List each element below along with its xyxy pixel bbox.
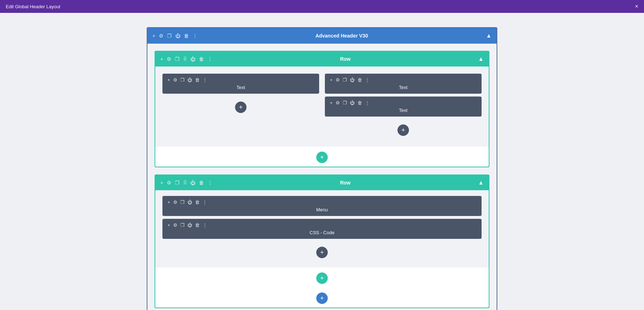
module-css-label: CSS - Code [167, 230, 477, 235]
module-text-3-label: Text [330, 108, 477, 113]
row-2-add-icon[interactable]: + [160, 180, 163, 186]
module-text-1-label: Text [167, 85, 314, 90]
row-1-power-icon[interactable]: ⏻ [190, 56, 195, 62]
mt1-gear-icon[interactable]: ⚙ [173, 77, 177, 83]
row-1-collapse-icon[interactable]: ▲ [478, 56, 484, 62]
row-1-gear-icon[interactable]: ⚙ [167, 56, 171, 62]
advanced-header-collapse-icon[interactable]: ▲ [486, 33, 492, 39]
mt3-add-icon[interactable]: + [330, 100, 333, 105]
mm-power-icon[interactable]: ⏻ [187, 200, 192, 205]
row-2-collapse-icon[interactable]: ▲ [478, 179, 484, 186]
row-2-blue-add-wrap: + [155, 287, 489, 307]
col-2-add-wrap: + [325, 119, 482, 139]
row-2-toolbar: + ⚙ ❐ ⠿ ⏻ 🗑 ⋮ [160, 180, 213, 186]
module-menu-label: Menu [167, 207, 477, 212]
close-button[interactable]: × [635, 4, 638, 9]
advanced-header-bar: + ⚙ ❐ ⏻ 🗑 ⋮ Advanced Header V30 ▲ [147, 28, 497, 44]
module-text-3-toolbar: + ⚙ ❐ ⏻ 🗑 ⋮ [330, 100, 477, 105]
row-2-teal-add-wrap: + [155, 267, 489, 287]
advanced-header-gear-icon[interactable]: ⚙ [159, 33, 164, 39]
advanced-header-dots-icon[interactable]: ⋮ [192, 33, 197, 39]
module-css-code: + ⚙ ❐ ⏻ 🗑 ⋮ CSS - Code [162, 219, 482, 239]
module-text-1: + ⚙ ❐ ⏻ 🗑 ⋮ Text [162, 74, 319, 94]
row-2-teal-add-button[interactable]: + [316, 272, 328, 284]
mt2-dots-icon[interactable]: ⋮ [365, 77, 370, 83]
row-2-grid-icon[interactable]: ⠿ [183, 180, 187, 186]
row-1-copy-icon[interactable]: ❐ [175, 56, 180, 62]
mt1-dots-icon[interactable]: ⋮ [203, 77, 207, 83]
module-css-toolbar: + ⚙ ❐ ⏻ 🗑 ⋮ [167, 222, 477, 228]
mt3-trash-icon[interactable]: 🗑 [357, 100, 362, 105]
mc-gear-icon[interactable]: ⚙ [173, 222, 177, 228]
advanced-header-title: Advanced Header V30 [197, 33, 486, 39]
mt2-add-icon[interactable]: + [330, 77, 333, 83]
title-bar-text: Edit Global Header Layout [6, 4, 60, 9]
module-text-2-toolbar: + ⚙ ❐ ⏻ 🗑 ⋮ [330, 77, 477, 83]
row-1-bottom-add-wrap: + [155, 147, 489, 167]
mc-power-icon[interactable]: ⏻ [187, 222, 192, 228]
mc-trash-icon[interactable]: 🗑 [195, 222, 200, 228]
advanced-header-power-icon[interactable]: ⏻ [175, 33, 180, 39]
title-bar: Edit Global Header Layout × [0, 0, 644, 13]
main-content: + ⚙ ❐ ⏻ 🗑 ⋮ Advanced Header V30 ▲ + ⚙ ❐ … [0, 13, 644, 310]
row-1-add-icon[interactable]: + [160, 56, 163, 62]
row-2-container: + ⚙ ❐ ⠿ ⏻ 🗑 ⋮ Row ▲ + ⚙ [155, 174, 489, 308]
advanced-header-copy-icon[interactable]: ❐ [167, 33, 172, 39]
module-menu-toolbar: + ⚙ ❐ ⏻ 🗑 ⋮ [167, 200, 477, 205]
advanced-header-toolbar: + ⚙ ❐ ⏻ 🗑 ⋮ [152, 33, 197, 39]
advanced-header-body: + ⚙ ❐ ⠿ ⏻ 🗑 ⋮ Row ▲ [147, 44, 497, 310]
mm-copy-icon[interactable]: ❐ [180, 200, 185, 205]
mt3-power-icon[interactable]: ⏻ [350, 100, 355, 105]
row-1-trash-icon[interactable]: 🗑 [199, 56, 204, 62]
mt3-copy-icon[interactable]: ❐ [343, 100, 347, 105]
mc-add-icon[interactable]: + [167, 222, 170, 228]
row-2-bar: + ⚙ ❐ ⠿ ⏻ 🗑 ⋮ Row ▲ [155, 175, 489, 190]
col-1-add-wrap: + [162, 97, 319, 117]
advanced-header-add-icon[interactable]: + [152, 33, 155, 39]
col-2-add-button[interactable]: + [397, 124, 409, 136]
mm-trash-icon[interactable]: 🗑 [195, 200, 200, 205]
mt2-copy-icon[interactable]: ❐ [343, 77, 347, 83]
row-2-body: + ⚙ ❐ ⏻ 🗑 ⋮ Menu + ⚙ ❐ [155, 190, 489, 267]
mt1-copy-icon[interactable]: ❐ [180, 77, 185, 83]
row-1-container: + ⚙ ❐ ⠿ ⏻ 🗑 ⋮ Row ▲ [155, 51, 489, 167]
row-2-gear-icon[interactable]: ⚙ [167, 180, 171, 186]
row-1-dots-icon[interactable]: ⋮ [208, 56, 213, 62]
mt1-power-icon[interactable]: ⏻ [187, 77, 192, 83]
mm-gear-icon[interactable]: ⚙ [173, 200, 177, 205]
advanced-header-container: + ⚙ ❐ ⏻ 🗑 ⋮ Advanced Header V30 ▲ + ⚙ ❐ … [147, 27, 497, 310]
row-2-trash-icon[interactable]: 🗑 [199, 180, 204, 186]
row-1-title: Row [213, 56, 478, 62]
row-1-grid-icon[interactable]: ⠿ [183, 56, 187, 62]
row-2-inner-add-button[interactable]: + [316, 247, 328, 258]
module-text-2: + ⚙ ❐ ⏻ 🗑 ⋮ Text [325, 74, 482, 94]
row-2-title: Row [213, 180, 478, 186]
row-2-inner-add-wrap: + [162, 242, 482, 262]
module-menu: + ⚙ ❐ ⏻ 🗑 ⋮ Menu [162, 196, 482, 216]
mt2-power-icon[interactable]: ⏻ [350, 77, 355, 83]
mt1-trash-icon[interactable]: 🗑 [195, 77, 200, 83]
row-1-col-1: + ⚙ ❐ ⏻ 🗑 ⋮ Text + [162, 74, 319, 139]
mt3-gear-icon[interactable]: ⚙ [336, 100, 340, 105]
mt3-dots-icon[interactable]: ⋮ [365, 100, 370, 105]
row-1-toolbar: + ⚙ ❐ ⠿ ⏻ 🗑 ⋮ [160, 56, 213, 62]
mt2-gear-icon[interactable]: ⚙ [336, 77, 340, 83]
module-text-2-label: Text [330, 85, 477, 90]
mt2-trash-icon[interactable]: 🗑 [357, 77, 362, 83]
module-text-1-toolbar: + ⚙ ❐ ⏻ 🗑 ⋮ [167, 77, 314, 83]
row-2-blue-add-button[interactable]: + [316, 292, 328, 304]
mc-dots-icon[interactable]: ⋮ [203, 222, 207, 228]
module-text-3: + ⚙ ❐ ⏻ 🗑 ⋮ Text [325, 97, 482, 117]
advanced-header-trash-icon[interactable]: 🗑 [184, 33, 189, 39]
mm-add-icon[interactable]: + [167, 200, 170, 205]
col-1-add-button[interactable]: + [235, 102, 247, 113]
mt1-add-icon[interactable]: + [167, 77, 170, 83]
row-1-body: + ⚙ ❐ ⏻ 🗑 ⋮ Text + [155, 67, 489, 147]
mm-dots-icon[interactable]: ⋮ [203, 200, 207, 205]
mc-copy-icon[interactable]: ❐ [180, 222, 185, 228]
row-1-bottom-add-button[interactable]: + [316, 152, 328, 163]
row-1-bar: + ⚙ ❐ ⠿ ⏻ 🗑 ⋮ Row ▲ [155, 51, 489, 67]
row-2-copy-icon[interactable]: ❐ [175, 180, 180, 186]
row-2-dots-icon[interactable]: ⋮ [208, 180, 213, 186]
row-2-power-icon[interactable]: ⏻ [190, 180, 195, 186]
